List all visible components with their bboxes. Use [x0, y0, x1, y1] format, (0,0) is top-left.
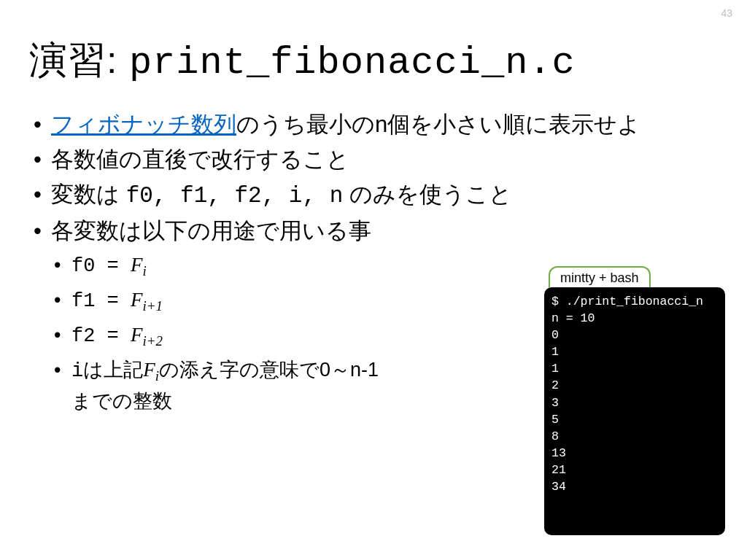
sub-4-pre: iは上記 [71, 360, 143, 382]
bullet-1-rest: のうち最小のn個を小さい順に表示せよ [236, 112, 640, 137]
sub-2-sub: i+1 [143, 299, 163, 314]
sub-3-sub: i+2 [143, 333, 163, 349]
bullet-3-pre: 変数は [51, 182, 126, 207]
bullet-2: 各数値の直後で改行すること [29, 144, 718, 175]
sub-1-F: F [131, 254, 143, 276]
sub-2-F: F [131, 289, 143, 311]
sub-3-F: F [131, 324, 143, 346]
sub-4: iは上記Fiの添え字の意味で0～n-1までの整数 [29, 355, 379, 416]
terminal-label: mintty + bash [549, 266, 651, 287]
slide-title: 演習: print_fibonacci_n.c [29, 35, 576, 86]
bullet-3-vars: f0, f1, f2, i, n [126, 183, 344, 209]
sub-2-pre: f1 = [71, 290, 131, 312]
bullet-4: 各変数は以下の用途で用いる事 [29, 216, 718, 246]
title-filename: print_fibonacci_n.c [129, 42, 576, 85]
main-list: フィボナッチ数列のうち最小のn個を小さい順に表示せよ 各数値の直後で改行すること… [29, 109, 718, 246]
fibonacci-link[interactable]: フィボナッチ数列 [51, 112, 236, 137]
bullet-3: 変数は f0, f1, f2, i, n のみを使うこと [29, 179, 718, 211]
sub-1-sub: i [143, 264, 147, 279]
page-number: 43 [721, 7, 732, 19]
terminal-output: $ ./print_fibonacci_n n = 10 0 1 1 2 3 5… [544, 287, 725, 535]
sub-1-pre: f0 = [71, 255, 131, 277]
sub-3-pre: f2 = [71, 325, 131, 347]
bullet-3-post: のみを使うこと [343, 182, 512, 207]
title-prefix: 演習: [29, 39, 129, 81]
sub-4-F: F [143, 359, 155, 381]
terminal-container: mintty + bash $ ./print_fibonacci_n n = … [544, 266, 725, 535]
bullet-1: フィボナッチ数列のうち最小のn個を小さい順に表示せよ [29, 109, 718, 140]
